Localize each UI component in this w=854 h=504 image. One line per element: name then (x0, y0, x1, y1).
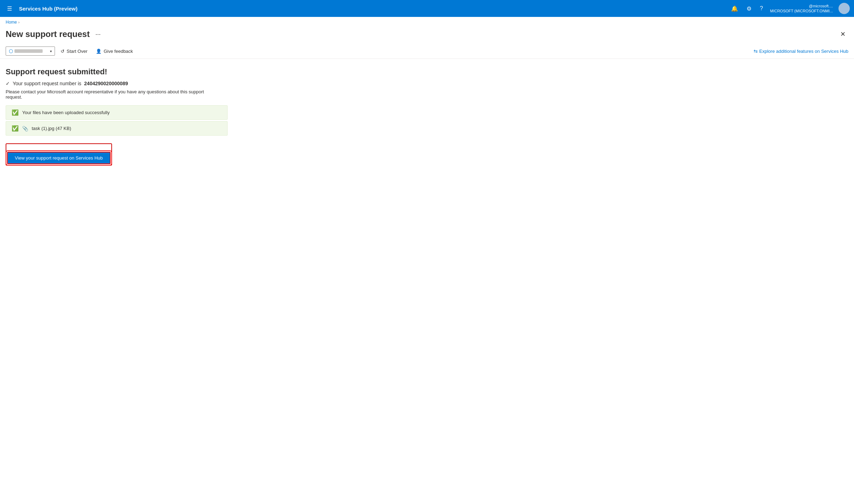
notification-button[interactable]: 🔔 (728, 4, 741, 13)
chevron-down-icon: ▾ (50, 49, 52, 53)
view-support-request-button[interactable]: View your support request on Services Hu… (7, 152, 111, 164)
file-check-icon: ✅ (12, 125, 19, 132)
file-item-box: ✅ 📎 task (1).jpg (47 KB) (6, 121, 228, 136)
page-title: New support request (6, 29, 90, 39)
hamburger-menu-button[interactable]: ☰ (4, 4, 15, 13)
toolbar: ⬡ ▾ ↺ Start Over 👤 Give feedback ⇆ Explo… (0, 44, 854, 59)
upload-success-box: ✅ Your files have been uploaded successf… (6, 105, 228, 120)
settings-button[interactable]: ⚙ (744, 4, 754, 13)
subscription-icon: ⬡ (9, 48, 13, 54)
more-options-button[interactable]: ··· (93, 30, 103, 39)
home-link[interactable]: Home (6, 20, 17, 25)
toolbar-left: ⬡ ▾ ↺ Start Over 👤 Give feedback (6, 46, 136, 56)
request-number-prefix: Your support request number is (13, 81, 81, 86)
subscription-text-placeholder (14, 49, 43, 53)
success-heading: Support request submitted! (6, 67, 848, 76)
user-email: @microsoft.... (809, 4, 833, 8)
give-feedback-label: Give feedback (104, 49, 133, 54)
user-tenant: MICROSOFT (MICROSOFT.ONMI... (770, 8, 833, 13)
top-navigation: ☰ Services Hub (Preview) 🔔 ⚙ ? @microsof… (0, 0, 854, 17)
upload-check-icon: ✅ (12, 109, 19, 116)
breadcrumb-separator: › (18, 20, 19, 24)
app-title: Services Hub (Preview) (19, 6, 78, 12)
main-content: Support request submitted! ✓ Your suppor… (0, 59, 854, 174)
nav-left: ☰ Services Hub (Preview) (4, 4, 78, 13)
check-icon: ✓ (6, 81, 10, 86)
breadcrumb: Home › (0, 17, 854, 27)
user-info: @microsoft.... MICROSOFT (MICROSOFT.ONMI… (770, 4, 833, 14)
help-button[interactable]: ? (757, 4, 766, 13)
close-button[interactable]: ✕ (837, 29, 848, 39)
explore-features-link[interactable]: ⇆ Explore additional features on Service… (754, 48, 848, 54)
explore-label: Explore additional features on Services … (759, 49, 848, 54)
upload-success-message: Your files have been uploaded successful… (22, 110, 110, 115)
attachment-icon: 📎 (22, 126, 28, 131)
page-header-left: New support request ··· (6, 29, 103, 39)
subscription-selector[interactable]: ⬡ ▾ (6, 46, 55, 56)
nav-right: 🔔 ⚙ ? @microsoft.... MICROSOFT (MICROSOF… (728, 3, 850, 14)
explore-icon: ⇆ (754, 48, 758, 54)
avatar[interactable] (838, 3, 850, 14)
give-feedback-button[interactable]: 👤 Give feedback (93, 47, 136, 55)
feedback-icon: 👤 (96, 49, 101, 54)
start-over-button[interactable]: ↺ Start Over (58, 47, 90, 55)
refresh-icon: ↺ (61, 49, 64, 54)
file-name: task (1).jpg (47 KB) (32, 126, 71, 131)
request-number: 2404290020000089 (84, 81, 128, 86)
request-number-line: ✓ Your support request number is 2404290… (6, 81, 848, 86)
contact-message: Please contact your Microsoft account re… (6, 89, 217, 100)
start-over-label: Start Over (67, 49, 87, 54)
view-button-highlight: View your support request on Services Hu… (6, 143, 112, 166)
page-header: New support request ··· ✕ (0, 27, 854, 44)
